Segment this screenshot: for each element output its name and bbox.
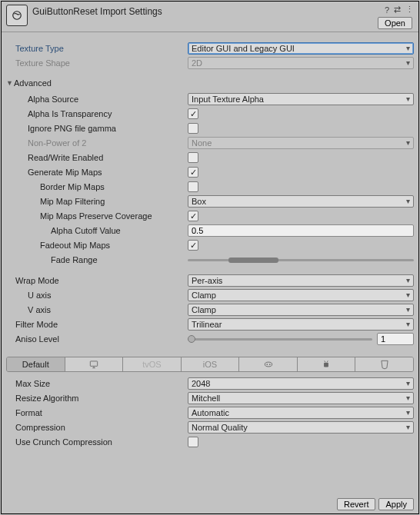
compression-dropdown[interactable]: Normal Quality [188, 421, 414, 434]
svg-point-5 [266, 364, 268, 365]
preset-icon[interactable]: ⇄ [394, 5, 401, 15]
filter-mode-label: Filter Mode [6, 320, 188, 329]
mipmap-filtering-label: Mip Map Filtering [6, 197, 188, 206]
mipmaps-preserve-coverage-label: Mip Maps Preserve Coverage [6, 211, 188, 221]
android-icon [321, 359, 332, 370]
texture-shape-dropdown: 2D [188, 57, 414, 69]
fade-range-label: Fade Range [6, 255, 188, 264]
tab-webgl[interactable] [355, 357, 413, 371]
border-mipmaps-checkbox[interactable] [188, 181, 198, 192]
non-power-of-2-label: Non-Power of 2 [6, 138, 188, 148]
format-label: Format [6, 408, 188, 417]
mipmap-filtering-dropdown[interactable]: Box [188, 195, 414, 208]
texture-shape-label: Texture Shape [6, 58, 188, 68]
max-size-label: Max Size [6, 379, 188, 388]
mipmaps-preserve-coverage-checkbox[interactable] [188, 211, 198, 221]
svg-rect-1 [90, 361, 97, 366]
non-power-of-2-dropdown: None [188, 137, 414, 149]
open-button[interactable]: Open [378, 17, 412, 29]
alpha-source-label: Alpha Source [6, 95, 188, 104]
aniso-level-slider[interactable] [188, 338, 372, 341]
wrap-mode-label: Wrap Mode [6, 276, 188, 285]
alpha-cutoff-input[interactable] [188, 224, 414, 237]
monitor-icon [88, 359, 99, 370]
wrap-mode-dropdown[interactable]: Per-axis [188, 274, 414, 287]
apply-button[interactable]: Apply [378, 498, 414, 510]
revert-button[interactable]: Revert [337, 498, 375, 510]
html5-icon [379, 359, 390, 370]
u-axis-dropdown[interactable]: Clamp [188, 289, 414, 301]
tab-lumin[interactable] [239, 357, 298, 371]
use-crunch-checkbox[interactable] [188, 437, 198, 447]
headset-icon [263, 359, 274, 370]
use-crunch-label: Use Crunch Compression [6, 437, 188, 447]
texture-type-label: Texture Type [6, 44, 188, 53]
svg-line-8 [325, 360, 325, 362]
aniso-level-input[interactable] [377, 333, 414, 345]
svg-point-6 [268, 364, 270, 365]
chevron-down-icon: ▼ [6, 79, 14, 87]
resize-algorithm-dropdown[interactable]: Mitchell [188, 392, 414, 404]
alpha-source-dropdown[interactable]: Input Texture Alpha [188, 93, 414, 105]
svg-point-4 [265, 362, 272, 367]
alpha-cutoff-label: Alpha Cutoff Value [6, 226, 188, 235]
advanced-label: Advanced [14, 78, 52, 88]
compression-label: Compression [6, 423, 188, 432]
asset-icon [6, 5, 28, 26]
generate-mipmaps-label: Generate Mip Maps [6, 168, 188, 177]
filter-mode-dropdown[interactable]: Trilinear [188, 318, 414, 331]
read-write-label: Read/Write Enabled [6, 153, 188, 162]
alpha-is-transparency-checkbox[interactable] [188, 108, 198, 119]
v-axis-label: V axis [6, 305, 188, 314]
ignore-png-gamma-label: Ignore PNG file gamma [6, 124, 188, 133]
svg-rect-7 [324, 363, 328, 367]
header-title: GuiButtonReset Import Settings [32, 5, 162, 17]
alpha-is-transparency-label: Alpha Is Transparency [6, 109, 188, 118]
platform-tabs: Default tvOS iOS [6, 357, 414, 372]
tab-android[interactable] [298, 357, 356, 371]
ignore-png-gamma-checkbox[interactable] [188, 123, 198, 134]
read-write-checkbox[interactable] [188, 152, 198, 163]
u-axis-label: U axis [6, 291, 188, 300]
tab-standalone[interactable] [65, 357, 124, 371]
generate-mipmaps-checkbox[interactable] [188, 167, 198, 178]
advanced-foldout[interactable]: ▼ Advanced [6, 76, 414, 90]
texture-type-dropdown[interactable]: Editor GUI and Legacy GUI [188, 42, 414, 55]
menu-icon[interactable]: ⋮ [405, 5, 414, 15]
border-mipmaps-label: Border Mip Maps [6, 182, 188, 191]
help-icon[interactable]: ? [385, 5, 389, 15]
tab-tvos[interactable]: tvOS [123, 357, 182, 371]
fadeout-mipmaps-label: Fadeout Mip Maps [6, 241, 188, 250]
resize-algorithm-label: Resize Algorithm [6, 394, 188, 403]
v-axis-dropdown[interactable]: Clamp [188, 304, 414, 316]
fadeout-mipmaps-checkbox[interactable] [188, 240, 198, 251]
format-dropdown[interactable]: Automatic [188, 407, 414, 419]
texture-icon [12, 10, 22, 21]
aniso-level-label: Aniso Level [6, 334, 188, 344]
svg-line-9 [327, 360, 328, 362]
fade-range-slider[interactable] [188, 259, 414, 261]
svg-point-0 [13, 12, 22, 20]
tab-default[interactable]: Default [7, 357, 65, 371]
tab-ios[interactable]: iOS [182, 357, 240, 371]
max-size-dropdown[interactable]: 2048 [188, 377, 414, 390]
